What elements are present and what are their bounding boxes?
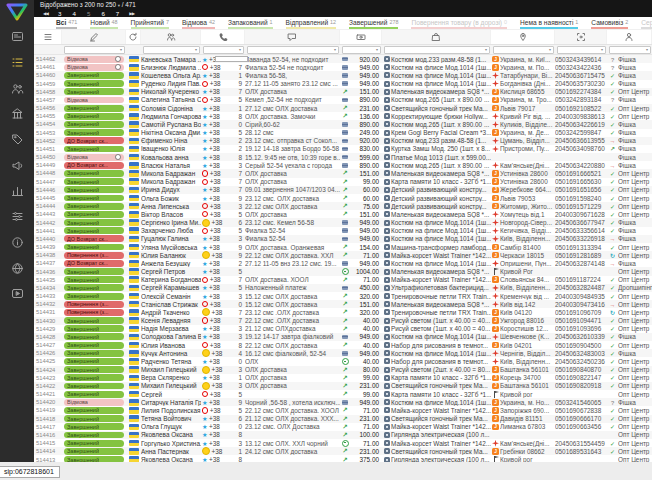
- globe-icon[interactable]: [0, 255, 34, 281]
- status-tab[interactable]: Сервіси 0: [641, 17, 652, 29]
- product-filter-select[interactable]: ▾: [384, 46, 490, 54]
- table-row[interactable]: 514425 Завершений Радченко Тетяна +38 0 …: [34, 357, 652, 365]
- table-row[interactable]: 514461 Відмова Близнюк Людмила ... +38 7…: [34, 63, 652, 71]
- column-customer[interactable]: [141, 30, 201, 44]
- table-row[interactable]: 514444 Завершений Анна Липенська +38 3 2…: [34, 202, 652, 210]
- table-row[interactable]: 514424 Завершений Михаил Гилецький +38 3…: [34, 366, 652, 374]
- products-tag-icon[interactable]: [0, 127, 34, 153]
- table-row[interactable]: 514423 Завершений Вера Скляренко +38 1 О…: [34, 374, 652, 382]
- statistics-icon[interactable]: [0, 178, 34, 204]
- column-product[interactable]: [382, 30, 491, 44]
- table-row[interactable]: 514435 Завершений Катерина Богданова +38…: [34, 276, 652, 284]
- table-row[interactable]: 514442 Завершений Сергієнко Ірина Ми... …: [34, 218, 652, 226]
- source-filter-select[interactable]: ▾: [609, 46, 651, 54]
- status-tab[interactable]: Завершений 278: [349, 17, 398, 29]
- column-source[interactable]: [607, 30, 652, 44]
- marketing-megaphone-icon[interactable]: [0, 152, 34, 178]
- table-row[interactable]: 514427 Завершений Юлия Иванова +38 8 22.…: [34, 341, 652, 349]
- table-row[interactable]: 514440 ДО Возврат ск... Гуцалюк Галина +…: [34, 235, 652, 243]
- table-row[interactable]: 514456 Завершений Соломія Сідоніна +38 1…: [34, 104, 652, 112]
- status-tab[interactable]: Новий 48: [90, 17, 117, 29]
- table-row[interactable]: 514433 Завершений Олексій Семанін +38 3 …: [34, 292, 652, 300]
- column-phone[interactable]: [201, 30, 245, 44]
- first-page-icon[interactable]: ◀◀: [43, 11, 48, 16]
- column-flag[interactable]: [126, 30, 141, 44]
- table-row[interactable]: 514443 Завершений Віктор Власов +38 5 ОЛ…: [34, 210, 652, 218]
- table-row[interactable]: 514445 Завершений Ольга Божик +38 9 23.1…: [34, 194, 652, 202]
- company-icon[interactable]: [0, 101, 34, 127]
- status-tab[interactable]: Відправлений 12: [286, 17, 337, 29]
- table-row[interactable]: 514428 Завершений Солодкова Галина В... …: [34, 333, 652, 341]
- status-tab[interactable]: Відмова 42: [182, 17, 215, 29]
- table-row[interactable]: 514432 Повернення (з... Станіслав Стрижа…: [34, 300, 652, 308]
- table-row[interactable]: 514420 Відмова Ситарчук Наталія Гр... +3…: [34, 398, 652, 406]
- column-status[interactable]: [62, 30, 126, 44]
- table-row[interactable]: 514448 Завершений Микола Бадражан +38 7 …: [34, 169, 652, 177]
- page-number[interactable]: 6: [101, 10, 104, 17]
- customer-filter-select[interactable]: ▾: [143, 46, 200, 54]
- table-row[interactable]: 514438 Повернення (з... Юлия Баланюк +38…: [34, 251, 652, 259]
- page-number[interactable]: 7: [116, 10, 119, 17]
- table-row[interactable]: 514418 Завершений Тетяна Войтович +38 6 …: [34, 415, 652, 423]
- table-row[interactable]: 514453 Завершений Нікітіна Оксана Дми...…: [34, 129, 652, 137]
- status-tab[interactable]: Нема в наявності 1: [520, 17, 578, 29]
- table-row[interactable]: 514417 Завершений Ольга Глущук +38 0 23.…: [34, 423, 652, 431]
- column-comment[interactable]: [245, 30, 340, 44]
- table-row[interactable]: 514451 Завершений Іващенко Юлія +38 2 19…: [34, 145, 652, 153]
- info-icon[interactable]: [0, 230, 34, 256]
- status-tab[interactable]: Запакований 1: [228, 17, 273, 29]
- phone-filter-select[interactable]: ▾: [203, 46, 244, 54]
- table-row[interactable]: 514460 Завершений Кошелева Ольга Ар... +…: [34, 71, 652, 79]
- table-row[interactable]: 514447 Завершений Микола Бадражан +38 7 …: [34, 178, 652, 186]
- total-filter-select[interactable]: ▾: [342, 46, 381, 54]
- page-number[interactable]: 4: [72, 10, 75, 17]
- dashboard-icon[interactable]: [0, 24, 34, 50]
- table-row[interactable]: 514437 ДО Возврат ск... Анжела Безушку +…: [34, 259, 652, 267]
- table-row[interactable]: 514457 Відмова Салегина Татьяна С... +38…: [34, 96, 652, 104]
- video-icon[interactable]: [0, 281, 34, 307]
- table-row[interactable]: 514416 Завершений Яковлева Оксана +38 8 …: [34, 431, 652, 439]
- table-row[interactable]: 514422 Завершений Михаил Гилецький +38 3…: [34, 382, 652, 390]
- table-row[interactable]: 514441 Завершений Захарченко Люба +38 5 …: [34, 227, 652, 235]
- comment-filter-select[interactable]: ▾: [247, 46, 339, 54]
- status-tab[interactable]: Прийнятий 7: [131, 17, 169, 29]
- status-filter-select[interactable]: ▾: [64, 46, 125, 54]
- table-row[interactable]: 514446 Завершений Ирина Дидух +38 7 09.0…: [34, 186, 652, 194]
- orders-list-icon[interactable]: [0, 50, 34, 76]
- table-row[interactable]: 514426 Завершений Кучук Антонина +38 4 1…: [34, 349, 652, 357]
- page-size-dropdown-icon[interactable]: ▾: [118, 3, 120, 8]
- table-row[interactable]: 514462 Відмова Каневська Тамара ... +38 …: [34, 55, 652, 63]
- status-tab[interactable]: Повернення товару (в дорозі) 0: [411, 17, 507, 29]
- page-number[interactable]: 5: [87, 10, 90, 17]
- table-row[interactable]: 514449 ДО Возврат ск... Власюк Наталья +…: [34, 161, 652, 169]
- table-row[interactable]: 514434 Завершений Сергей Карамышев +38 5…: [34, 284, 652, 292]
- status-tab[interactable]: Всі 471: [56, 17, 77, 29]
- table-row[interactable]: 514454 Завершений Самотій Руслана Во... …: [34, 120, 652, 128]
- table-row[interactable]: 514419 Завершений Лилия Подолинская +38 …: [34, 406, 652, 414]
- last-page-icon[interactable]: ▶▶: [129, 11, 134, 16]
- table-row[interactable]: 514452 ДО Возврат ск... Єфименко Ніна +3…: [34, 137, 652, 145]
- table-row[interactable]: 514458 Завершений Николай Кучеренко +38 …: [34, 88, 652, 96]
- location-filter-select[interactable]: ▾: [493, 46, 554, 54]
- column-tracking[interactable]: [555, 30, 607, 44]
- column-location[interactable]: [491, 30, 555, 44]
- settings-sliders-icon[interactable]: [0, 204, 34, 230]
- column-total[interactable]: [340, 30, 382, 44]
- table-row[interactable]: 514429 Завершений Надія Мерзаєва +38 3 2…: [34, 325, 652, 333]
- tracking-filter-select[interactable]: ▾: [557, 46, 606, 54]
- table-row[interactable]: 514439 Завершений Уляна Мусійовська +38 …: [34, 243, 652, 251]
- clients-icon[interactable]: [0, 75, 34, 101]
- inline-edit-input[interactable]: [215, 56, 248, 63]
- table-row[interactable]: 514450 Відмова Ковальова анна +38 8 15.1…: [34, 153, 652, 161]
- table-row[interactable]: 514430 Завершений Ксенія Левадняя +38 7 …: [34, 317, 652, 325]
- table-row[interactable]: 514459 Завершений Руденко Лидия Пав... +…: [34, 80, 652, 88]
- status-tab[interactable]: Самовивіз 2: [591, 17, 628, 29]
- table-row[interactable]: 514431 Повернення (з... Андрій Ткаченко …: [34, 308, 652, 316]
- table-row[interactable]: 514421 Завершений Сергей +38 5 99.00: [34, 390, 652, 398]
- page-number[interactable]: 3: [58, 10, 61, 17]
- table-row[interactable]: 514413 Завершений Яковлева Оксана +38 8 …: [34, 455, 652, 462]
- column-id[interactable]: [34, 30, 62, 44]
- table-row[interactable]: 514415 Завершений Горгулько Христина... …: [34, 439, 652, 447]
- table-row[interactable]: 514436 Завершений Сергей Петров +38 5 10…: [34, 267, 652, 275]
- table-row[interactable]: 514455 Завершений Людмила Гончарова +38 …: [34, 112, 652, 120]
